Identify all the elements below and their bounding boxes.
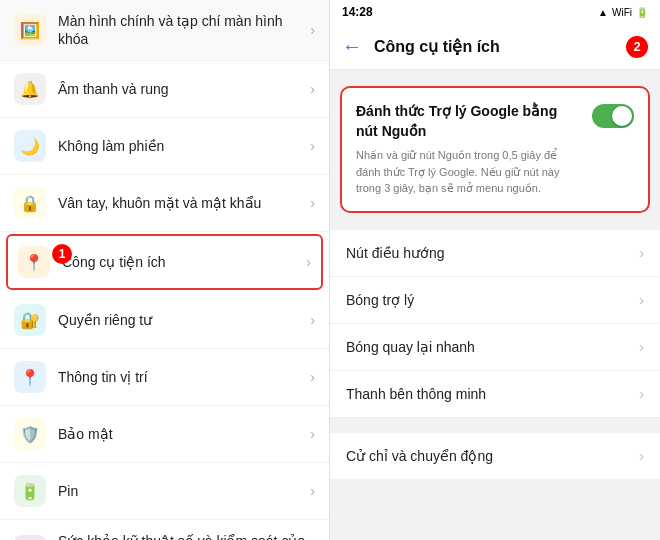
card-desc: Nhấn và giữ nút Nguồn trong 0,5 giây để … bbox=[356, 147, 582, 197]
signal-icon: ▲ bbox=[598, 7, 608, 18]
man-hinh-label: Màn hình chính và tạp chí màn hình khóa bbox=[58, 12, 310, 48]
right-menu-item-bong-quay-lai[interactable]: Bóng quay lại nhanh› bbox=[330, 324, 660, 371]
wifi-icon: WiFi bbox=[612, 7, 632, 18]
thong-tin-vi-tri-icon: 📍 bbox=[14, 361, 46, 393]
menu-item-man-hinh[interactable]: 🖼️Màn hình chính và tạp chí màn hình khó… bbox=[0, 0, 329, 61]
thong-tin-vi-tri-label: Thông tin vị trí bbox=[58, 368, 310, 386]
quyen-rieng-tu-chevron: › bbox=[310, 312, 315, 328]
khong-lam-phien-chevron: › bbox=[310, 138, 315, 154]
cong-cu-label: Công cụ tiện ích bbox=[62, 253, 306, 271]
man-hinh-icon: 🖼️ bbox=[14, 14, 46, 46]
right-menu-item-nut-dieu-huong[interactable]: Nút điều hướng› bbox=[330, 229, 660, 277]
pin-icon: 🔋 bbox=[14, 475, 46, 507]
left-menu: 🖼️Màn hình chính và tạp chí màn hình khó… bbox=[0, 0, 329, 540]
nut-dieu-huong-label: Nút điều hướng bbox=[346, 245, 639, 261]
bao-mat-icon: 🛡️ bbox=[14, 418, 46, 450]
divider-2 bbox=[330, 420, 660, 428]
back-button[interactable]: ← bbox=[342, 35, 362, 58]
status-bar: 14:28 ▲ WiFi 🔋 bbox=[330, 0, 660, 24]
bao-mat-label: Bảo mật bbox=[58, 425, 310, 443]
nut-dieu-huong-chevron: › bbox=[639, 245, 644, 261]
card-title: Đánh thức Trợ lý Google bằng nút Nguồn bbox=[356, 102, 582, 141]
right-menu-group-1: Nút điều hướng›Bóng trợ lý›Bóng quay lại… bbox=[330, 229, 660, 418]
menu-item-quyen-rieng-tu[interactable]: 🔐Quyền riêng tư› bbox=[0, 292, 329, 349]
status-time: 14:28 bbox=[342, 5, 373, 19]
am-thanh-label: Âm thanh và rung bbox=[58, 80, 310, 98]
left-panel: 🖼️Màn hình chính và tạp chí màn hình khó… bbox=[0, 0, 330, 540]
top-bar: ← Công cụ tiện ích 2 bbox=[330, 24, 660, 70]
divider-1 bbox=[330, 217, 660, 225]
cu-chi-label: Cử chỉ và chuyển động bbox=[346, 448, 639, 464]
am-thanh-chevron: › bbox=[310, 81, 315, 97]
menu-item-khong-lam-phien[interactable]: 🌙Không làm phiền› bbox=[0, 118, 329, 175]
suc-khoe-icon: 👤 bbox=[14, 535, 46, 540]
menu-item-am-thanh[interactable]: 🔔Âm thanh và rung› bbox=[0, 61, 329, 118]
right-panel: 14:28 ▲ WiFi 🔋 ← Công cụ tiện ích 2 Đánh… bbox=[330, 0, 660, 540]
menu-item-cong-cu[interactable]: 📍Công cụ tiện ích›1 bbox=[6, 234, 323, 290]
bong-quay-lai-label: Bóng quay lại nhanh bbox=[346, 339, 639, 355]
page-title: Công cụ tiện ích bbox=[374, 37, 626, 56]
bong-tro-ly-label: Bóng trợ lý bbox=[346, 292, 639, 308]
right-menu-item-bong-tro-ly[interactable]: Bóng trợ lý› bbox=[330, 277, 660, 324]
khong-lam-phien-icon: 🌙 bbox=[14, 130, 46, 162]
pin-chevron: › bbox=[310, 483, 315, 499]
van-tay-chevron: › bbox=[310, 195, 315, 211]
google-assistant-toggle[interactable] bbox=[592, 104, 634, 128]
cong-cu-icon: 📍 bbox=[18, 246, 50, 278]
menu-item-thong-tin-vi-tri[interactable]: 📍Thông tin vị trí› bbox=[0, 349, 329, 406]
quyen-rieng-tu-label: Quyền riêng tư bbox=[58, 311, 310, 329]
right-menu-item-thanh-ben[interactable]: Thanh bên thông minh› bbox=[330, 371, 660, 418]
menu-item-bao-mat[interactable]: 🛡️Bảo mật› bbox=[0, 406, 329, 463]
man-hinh-chevron: › bbox=[310, 22, 315, 38]
khong-lam-phien-label: Không làm phiền bbox=[58, 137, 310, 155]
thanh-ben-chevron: › bbox=[639, 386, 644, 402]
quyen-rieng-tu-icon: 🔐 bbox=[14, 304, 46, 336]
am-thanh-icon: 🔔 bbox=[14, 73, 46, 105]
van-tay-label: Vân tay, khuôn mặt và mật khẩu bbox=[58, 194, 310, 212]
card-text-block: Đánh thức Trợ lý Google bằng nút Nguồn N… bbox=[356, 102, 582, 197]
van-tay-icon: 🔒 bbox=[14, 187, 46, 219]
menu-item-pin[interactable]: 🔋Pin› bbox=[0, 463, 329, 520]
cu-chi-chevron: › bbox=[639, 448, 644, 464]
thanh-ben-label: Thanh bên thông minh bbox=[346, 386, 639, 402]
suc-khoe-label: Sức khỏe kỹ thuật số và kiểm soát của ch… bbox=[58, 532, 310, 540]
bong-tro-ly-chevron: › bbox=[639, 292, 644, 308]
battery-icon: 🔋 bbox=[636, 7, 648, 18]
bao-mat-chevron: › bbox=[310, 426, 315, 442]
pin-label: Pin bbox=[58, 482, 310, 500]
menu-item-van-tay[interactable]: 🔒Vân tay, khuôn mặt và mật khẩu› bbox=[0, 175, 329, 232]
cong-cu-chevron: › bbox=[306, 254, 311, 270]
google-assistant-card: Đánh thức Trợ lý Google bằng nút Nguồn N… bbox=[340, 86, 650, 213]
menu-item-suc-khoe[interactable]: 👤Sức khỏe kỹ thuật số và kiểm soát của c… bbox=[0, 520, 329, 540]
thong-tin-vi-tri-chevron: › bbox=[310, 369, 315, 385]
bong-quay-lai-chevron: › bbox=[639, 339, 644, 355]
badge-2: 2 bbox=[626, 36, 648, 58]
right-menu-group-2: Cử chỉ và chuyển động› bbox=[330, 432, 660, 480]
right-content: Đánh thức Trợ lý Google bằng nút Nguồn N… bbox=[330, 70, 660, 540]
right-menu-item-cu-chi[interactable]: Cử chỉ và chuyển động› bbox=[330, 432, 660, 480]
status-icons: ▲ WiFi 🔋 bbox=[598, 7, 648, 18]
